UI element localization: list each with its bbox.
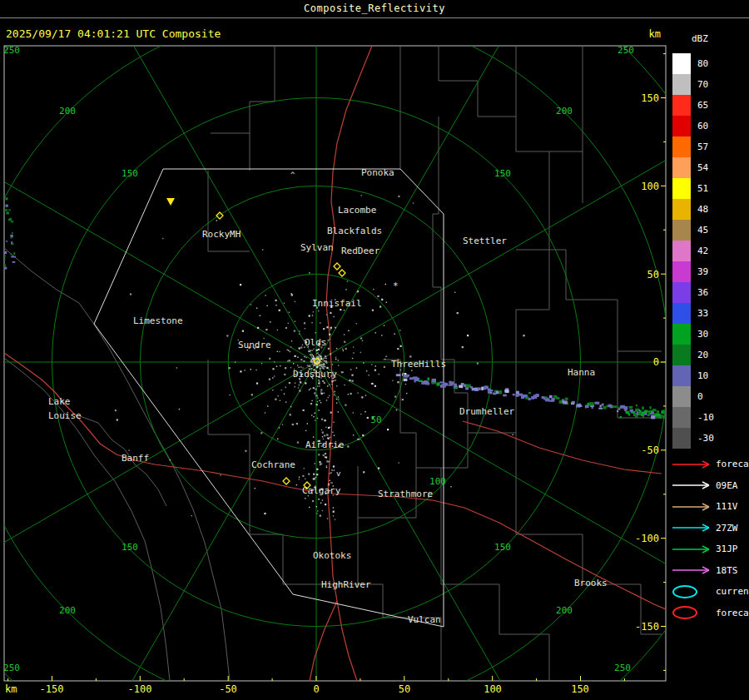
city-label: Banff <box>122 453 149 464</box>
city-label: HighRiver <box>321 579 371 590</box>
colorbar-value: 65 <box>697 100 708 111</box>
bottom-axis-label: -150 <box>40 683 64 695</box>
city-label: Stettler <box>463 236 507 246</box>
right-axis-label: -150 <box>635 621 659 633</box>
bottom-axis-label: 0 <box>313 683 319 695</box>
city-label: Sylvan <box>300 242 334 253</box>
symbol-legend-row: 31JP <box>671 539 749 560</box>
bottom-axis-label: 100 <box>484 683 502 695</box>
ellipse-icon <box>671 584 711 599</box>
colorbar-swatch <box>672 282 691 303</box>
colorbar-entry: 42 <box>672 241 714 261</box>
colorbar-swatch <box>672 220 691 241</box>
colorbar-value: 57 <box>697 141 708 152</box>
svg-text:*: * <box>393 280 399 291</box>
city-label: Lake <box>48 396 71 407</box>
colorbar-entry: -10 <box>672 407 714 428</box>
city-label: Vulcan <box>408 614 441 625</box>
colorbar-value: 60 <box>697 121 708 132</box>
colorbar-swatch <box>672 199 691 220</box>
symbol-legend-row: current <box>671 581 749 603</box>
colorbar-value: 39 <box>697 266 708 277</box>
colorbar-entry: 45 <box>672 220 714 241</box>
city-label: Limestone <box>133 315 183 326</box>
colorbar-swatch <box>672 261 691 282</box>
symbol-legend-label: 18TS <box>716 565 738 576</box>
symbol-legend-label: forecast <box>716 608 749 618</box>
colorbar-value: 45 <box>697 225 708 236</box>
colorbar-value: 36 <box>697 287 708 298</box>
radar-map[interactable]: ^*vPonokaLacombeBlackfaldsSylvanRedDeerR… <box>0 0 749 700</box>
symbol-legend-label: current <box>716 586 749 597</box>
colorbar-swatch <box>672 53 691 74</box>
bottom-axis-label: -50 <box>219 683 237 695</box>
colorbar-swatch <box>672 345 691 365</box>
colorbar: 807065605754514845423936333020100-10-30 <box>672 53 714 449</box>
colorbar-value: 54 <box>697 162 708 173</box>
range-ring-label: 250 <box>614 663 631 673</box>
colorbar-entry: 57 <box>672 137 714 157</box>
colorbar-entry: 70 <box>672 74 714 95</box>
range-ring-label: 250 <box>3 45 20 56</box>
symbol-legend-label: 09EA <box>716 480 738 491</box>
colorbar-value: 80 <box>697 58 708 69</box>
symbol-legend-row: 111V <box>671 496 749 518</box>
colorbar-entry: 39 <box>672 261 714 282</box>
right-axis-label: 50 <box>647 269 659 280</box>
colorbar-value: 30 <box>697 329 708 340</box>
range-ring-label: 200 <box>59 106 76 117</box>
colorbar-entry: 51 <box>672 178 714 199</box>
colorbar-swatch <box>672 303 691 324</box>
arrow-icon <box>671 457 711 472</box>
city-label: Lacombe <box>338 205 376 216</box>
city-label: Okotoks <box>313 550 351 561</box>
symbol-legend-label: 111V <box>716 501 738 512</box>
colorbar-swatch <box>672 157 691 178</box>
colorbar-entry: 33 <box>672 303 714 324</box>
colorbar-value: -30 <box>697 433 714 444</box>
svg-text:^: ^ <box>290 171 295 179</box>
ellipse-icon <box>671 605 711 620</box>
range-ring-label: 200 <box>556 106 573 117</box>
symbol-legend-row: 09EA <box>671 475 749 497</box>
city-label: RedDeer <box>341 246 380 256</box>
city-label: Olds <box>305 337 327 348</box>
range-ring-label: 200 <box>59 605 76 616</box>
right-axis-label: 100 <box>641 181 659 192</box>
colorbar-swatch <box>672 386 691 407</box>
city-label: Innisfail <box>312 298 362 309</box>
symbol-legend: forecast09EA111V27ZW31JP18TScurrentforec… <box>671 454 749 623</box>
colorbar-entry: 48 <box>672 199 714 220</box>
colorbar-title: dBZ <box>692 33 708 44</box>
range-ring-label: 250 <box>618 45 634 56</box>
colorbar-value: 70 <box>697 79 708 90</box>
colorbar-value: -10 <box>697 412 714 423</box>
colorbar-swatch <box>672 241 691 261</box>
svg-text:v: v <box>336 469 340 478</box>
colorbar-swatch <box>672 407 691 428</box>
colorbar-value: 0 <box>697 391 703 402</box>
colorbar-entry: 60 <box>672 116 714 137</box>
city-label: Brooks <box>574 578 608 588</box>
colorbar-swatch <box>672 137 691 157</box>
range-ring-label: 150 <box>494 168 511 179</box>
right-axis-label: -50 <box>641 444 659 456</box>
colorbar-entry: 65 <box>672 95 714 116</box>
symbol-legend-label: 31JP <box>716 544 738 554</box>
arrow-icon <box>671 542 711 557</box>
range-ring-label: 250 <box>3 663 20 673</box>
colorbar-swatch <box>672 365 691 386</box>
range-ring-label: 50 <box>370 415 381 425</box>
city-label: Drumheller <box>459 406 515 417</box>
symbol-legend-label: 27ZW <box>716 523 738 534</box>
arrow-icon <box>671 563 711 578</box>
bottom-axis-label: 50 <box>399 683 410 695</box>
city-label: Louise <box>48 410 82 421</box>
symbol-legend-row: 18TS <box>671 560 749 582</box>
bottom-axis-unit: km <box>5 683 17 695</box>
colorbar-entry: 20 <box>672 345 714 365</box>
colorbar-swatch <box>672 95 691 116</box>
city-label: Ponoka <box>361 167 394 178</box>
range-ring-label: 150 <box>494 542 511 553</box>
colorbar-entry: 54 <box>672 157 714 178</box>
